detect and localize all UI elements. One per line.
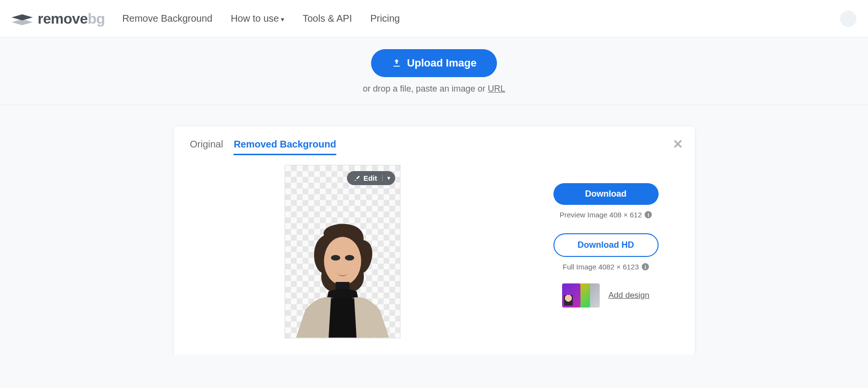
header-right-placeholder: [840, 11, 856, 27]
edit-label: Edit: [363, 174, 377, 182]
svg-point-2: [344, 255, 354, 261]
logo-text: removebg: [38, 11, 105, 27]
svg-point-0: [324, 237, 361, 285]
close-icon[interactable]: ✕: [673, 137, 683, 152]
chevron-down-icon: ▾: [281, 15, 284, 23]
hd-size-hint: Full Image 4082 × 6123 i: [563, 263, 649, 271]
logo-mark-icon: [12, 10, 33, 27]
info-icon[interactable]: i: [642, 263, 649, 270]
brush-icon: [354, 175, 360, 182]
tab-original[interactable]: Original: [190, 139, 223, 155]
preview-size-text: Preview Image 408 × 612: [560, 211, 642, 219]
download-button[interactable]: Download: [553, 183, 659, 205]
download-hd-button[interactable]: Download HD: [553, 233, 659, 257]
upload-section: Upload Image or drop a file, paste an im…: [0, 38, 868, 105]
logo[interactable]: removebg: [12, 10, 105, 27]
hd-size-text: Full Image 4082 × 6123: [563, 263, 639, 271]
upload-icon: [391, 58, 402, 68]
main-nav: Remove Background How to use ▾ Tools & A…: [122, 13, 400, 24]
nav-label: Pricing: [371, 13, 400, 24]
nav-label: Tools & API: [303, 13, 352, 24]
add-design-row: Add design: [562, 283, 649, 308]
result-tabs: Original Removed Background: [190, 139, 678, 155]
nav-label: Remove Background: [122, 13, 212, 24]
upload-hint: or drop a file, paste an image or URL: [0, 84, 868, 94]
nav-tools-api[interactable]: Tools & API: [303, 13, 352, 24]
upload-hint-text: or drop a file, paste an image or: [363, 84, 488, 94]
brand-part2: bg: [88, 11, 105, 27]
brand-part1: remove: [38, 11, 88, 27]
nav-remove-background[interactable]: Remove Background: [122, 13, 212, 24]
edit-button[interactable]: Edit ▾: [347, 171, 395, 185]
nav-how-to-use[interactable]: How to use ▾: [231, 13, 284, 24]
nav-label: How to use: [231, 13, 279, 24]
upload-url-link[interactable]: URL: [488, 84, 505, 94]
result-card: ✕ Original Removed Background Edit ▾: [174, 126, 695, 355]
svg-point-1: [331, 255, 340, 261]
preview-column: Edit ▾: [190, 164, 495, 338]
upload-button[interactable]: Upload Image: [371, 49, 496, 77]
upload-button-label: Upload Image: [407, 57, 476, 69]
site-header: removebg Remove Background How to use ▾ …: [0, 0, 868, 38]
design-thumbs-icon: [562, 283, 600, 308]
nav-pricing[interactable]: Pricing: [371, 13, 400, 24]
preview-image: Edit ▾: [285, 165, 400, 338]
add-design-link[interactable]: Add design: [608, 291, 649, 300]
info-icon[interactable]: i: [645, 211, 652, 218]
tab-removed-background[interactable]: Removed Background: [234, 139, 336, 155]
subject-silhouette: [285, 217, 400, 338]
card-body: Edit ▾: [190, 164, 678, 338]
preview-size-hint: Preview Image 408 × 612 i: [560, 211, 652, 219]
result-area: ✕ Original Removed Background Edit ▾: [0, 105, 868, 355]
chevron-down-icon: ▾: [382, 175, 390, 181]
actions-column: Download Preview Image 408 × 612 i Downl…: [534, 164, 678, 338]
